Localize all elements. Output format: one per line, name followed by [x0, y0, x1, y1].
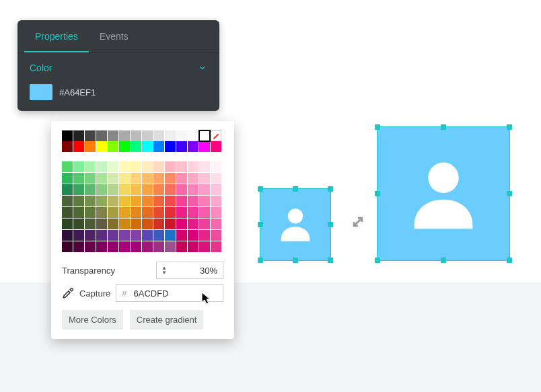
color-swatch-cell[interactable]: [108, 241, 118, 252]
color-swatch-cell[interactable]: [131, 141, 141, 152]
color-swatch-cell[interactable]: [165, 230, 176, 241]
color-swatch-cell[interactable]: [176, 207, 187, 218]
color-swatch-cell[interactable]: [73, 241, 84, 252]
color-swatch-cell[interactable]: [119, 173, 130, 184]
color-swatch-cell[interactable]: [96, 241, 107, 252]
color-swatch-cell[interactable]: [62, 196, 73, 206]
color-swatch-cell[interactable]: [153, 184, 164, 195]
resize-handle[interactable]: [507, 124, 512, 130]
color-swatch-cell[interactable]: [108, 230, 118, 241]
color-swatch-cell[interactable]: [165, 207, 176, 218]
color-swatch-cell[interactable]: [188, 184, 199, 195]
color-swatch-cell[interactable]: [96, 184, 107, 195]
color-swatch-cell[interactable]: [62, 241, 73, 252]
color-swatch-cell[interactable]: [188, 173, 199, 184]
color-swatch-cell[interactable]: [85, 207, 96, 218]
resize-handle[interactable]: [328, 186, 333, 192]
color-swatch-cell[interactable]: [153, 173, 164, 184]
color-swatch-cell[interactable]: [73, 130, 84, 141]
color-swatch-cell[interactable]: [62, 230, 73, 241]
color-swatch-cell[interactable]: [62, 141, 73, 152]
color-swatch-cell[interactable]: [176, 173, 187, 184]
color-swatch-cell[interactable]: [62, 184, 73, 195]
color-swatch-cell[interactable]: [176, 196, 187, 206]
color-swatch-cell[interactable]: [85, 241, 96, 252]
color-swatch-cell[interactable]: [85, 184, 96, 195]
color-swatch-cell[interactable]: [142, 161, 153, 172]
color-swatch-cell[interactable]: [165, 184, 176, 195]
color-swatch-cell[interactable]: [199, 130, 210, 141]
color-swatch-cell[interactable]: [73, 161, 84, 172]
color-swatch-cell[interactable]: [108, 161, 118, 172]
color-swatch-cell[interactable]: [62, 207, 73, 218]
color-swatch-cell[interactable]: [211, 161, 221, 172]
color-swatch-cell[interactable]: [108, 196, 118, 206]
color-swatch-cell[interactable]: [96, 219, 107, 229]
resize-handle[interactable]: [328, 222, 333, 227]
color-swatch-cell[interactable]: [188, 161, 199, 172]
color-swatch-cell[interactable]: [62, 130, 73, 141]
color-swatch-cell[interactable]: [142, 173, 153, 184]
color-swatch-cell[interactable]: [108, 207, 118, 218]
color-swatch-cell[interactable]: [142, 130, 153, 141]
color-swatch-cell[interactable]: [176, 184, 187, 195]
color-swatch-cell[interactable]: [211, 196, 221, 206]
color-swatch-cell[interactable]: [211, 184, 221, 195]
color-swatch-cell[interactable]: [211, 130, 221, 141]
color-swatch-cell[interactable]: [199, 161, 210, 172]
color-swatch-cell[interactable]: [153, 196, 164, 206]
color-swatch-cell[interactable]: [142, 219, 153, 229]
color-swatch-cell[interactable]: [153, 230, 164, 241]
color-swatch-cell[interactable]: [62, 161, 73, 172]
color-swatch-cell[interactable]: [153, 219, 164, 229]
resize-handle[interactable]: [258, 222, 263, 227]
color-swatch-cell[interactable]: [176, 219, 187, 229]
resize-handle[interactable]: [258, 186, 263, 192]
color-swatch-cell[interactable]: [108, 130, 118, 141]
color-swatch[interactable]: [30, 84, 52, 100]
resize-handle[interactable]: [375, 258, 380, 263]
color-swatch-cell[interactable]: [131, 219, 141, 229]
color-swatch-cell[interactable]: [176, 161, 187, 172]
color-swatch-cell[interactable]: [131, 173, 141, 184]
color-swatch-cell[interactable]: [85, 173, 96, 184]
color-swatch-cell[interactable]: [142, 207, 153, 218]
color-swatch-cell[interactable]: [131, 161, 141, 172]
color-swatch-cell[interactable]: [96, 196, 107, 206]
color-swatch-cell[interactable]: [199, 184, 210, 195]
color-swatch-cell[interactable]: [188, 130, 199, 141]
color-swatch-cell[interactable]: [131, 184, 141, 195]
color-swatch-cell[interactable]: [73, 207, 84, 218]
color-swatch-cell[interactable]: [142, 196, 153, 206]
color-swatch-cell[interactable]: [96, 161, 107, 172]
color-swatch-cell[interactable]: [142, 241, 153, 252]
color-swatch-cell[interactable]: [176, 141, 187, 152]
resize-handle[interactable]: [507, 191, 512, 196]
resize-handle[interactable]: [328, 258, 333, 263]
color-swatch-cell[interactable]: [188, 241, 199, 252]
color-swatch-cell[interactable]: [199, 141, 210, 152]
selected-shape-small[interactable]: [260, 188, 331, 261]
color-swatch-cell[interactable]: [188, 196, 199, 206]
color-swatch-cell[interactable]: [96, 141, 107, 152]
color-swatch-cell[interactable]: [131, 241, 141, 252]
resize-handle[interactable]: [293, 186, 298, 192]
tab-events[interactable]: Events: [89, 20, 139, 52]
color-swatch-cell[interactable]: [199, 207, 210, 218]
color-swatch-cell[interactable]: [131, 230, 141, 241]
color-swatch-cell[interactable]: [165, 161, 176, 172]
color-section-header[interactable]: Color: [30, 53, 207, 83]
color-swatch-cell[interactable]: [119, 219, 130, 229]
color-swatch-cell[interactable]: [131, 196, 141, 206]
color-swatch-cell[interactable]: [85, 219, 96, 229]
color-swatch-cell[interactable]: [62, 173, 73, 184]
color-swatch-cell[interactable]: [131, 207, 141, 218]
color-swatch-cell[interactable]: [96, 230, 107, 241]
more-colors-button[interactable]: More Colors: [62, 310, 123, 329]
color-swatch-cell[interactable]: [165, 173, 176, 184]
resize-handle[interactable]: [375, 124, 380, 130]
color-swatch-cell[interactable]: [199, 196, 210, 206]
color-swatch-cell[interactable]: [211, 207, 221, 218]
color-swatch-cell[interactable]: [165, 130, 176, 141]
resize-handle[interactable]: [375, 191, 380, 196]
